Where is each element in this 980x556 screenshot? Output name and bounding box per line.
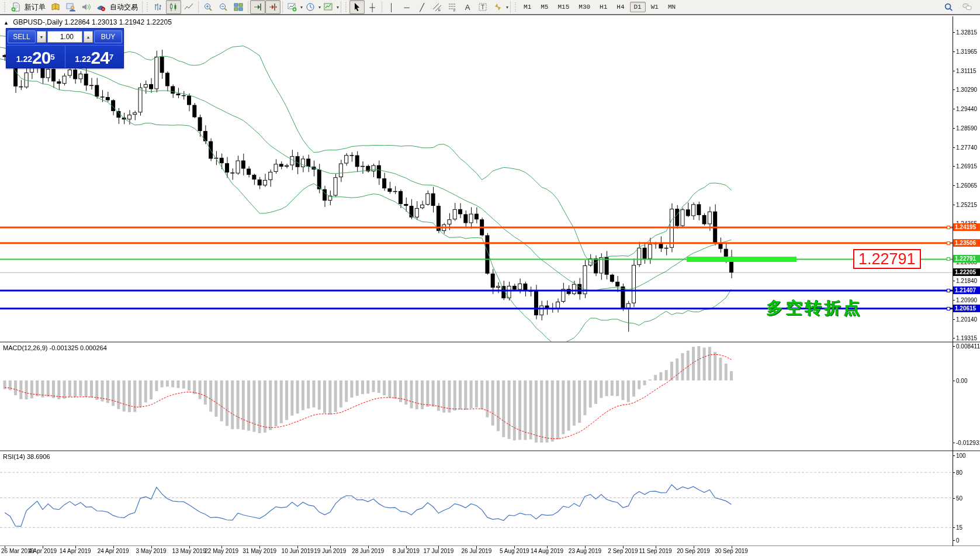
date-axis-tick[interactable]: 19 Jun 2019 <box>314 548 346 554</box>
vertical-line-tool-icon[interactable]: │ <box>384 0 399 14</box>
toolbar-grip[interactable] <box>514 2 517 12</box>
price-level-badge[interactable]: 1.21407 <box>953 286 980 294</box>
sell-price-prefix: 1.22 <box>16 51 32 67</box>
date-axis-tick[interactable]: 14 Aug 2019 <box>531 548 563 554</box>
fibonacci-tool-icon[interactable]: F <box>445 0 460 14</box>
price-level-badge[interactable]: 1.24195 <box>953 223 980 231</box>
price-axis-tick: 1.29440 <box>956 106 977 112</box>
macd-label: MACD(12,26,9) -0.001325 0.000264 <box>3 344 107 351</box>
new-order-label[interactable]: 新订单 <box>25 2 46 12</box>
indicators-icon[interactable] <box>285 0 300 14</box>
arrows-dropdown-icon[interactable]: ▾ <box>506 5 508 10</box>
alerts-speaker-icon[interactable] <box>78 0 94 14</box>
cursor-tool-icon[interactable] <box>349 0 365 14</box>
account-icon[interactable] <box>63 0 78 14</box>
toolbar-grip[interactable] <box>345 2 348 12</box>
date-axis-tick[interactable]: 14 Apr 2019 <box>60 548 91 554</box>
toolbar: 新订单 自动交易 ▾ ▾ ▾ ┼ │ ─ ╱ E F A T ▾ M1M5M15… <box>0 0 980 15</box>
date-axis-tick[interactable]: 28 Jun 2019 <box>352 548 384 554</box>
date-axis-tick[interactable]: 2 Sep 2019 <box>608 548 638 554</box>
date-axis-tick[interactable]: 23 Aug 2019 <box>569 548 601 554</box>
trendline-tool-icon[interactable]: ╱ <box>414 0 430 14</box>
rsi-axis-tick: 100 <box>956 453 966 459</box>
zoom-out-icon[interactable] <box>216 0 231 14</box>
toolbar-grip[interactable] <box>146 2 149 12</box>
volume-input[interactable]: 1.00 <box>47 31 82 43</box>
arrows-tool-icon[interactable] <box>490 0 505 14</box>
template-icon[interactable] <box>321 0 336 14</box>
timeframe-m15[interactable]: M15 <box>553 2 573 12</box>
search-icon[interactable] <box>941 0 956 14</box>
date-axis-tick[interactable]: 22 May 2019 <box>205 548 238 554</box>
pivot-price-label[interactable]: 1.22791 <box>853 249 921 269</box>
date-axis-tick[interactable]: 5 Aug 2019 <box>500 548 529 554</box>
sell-price-tile[interactable]: 1.22 20 5 <box>6 46 65 68</box>
date-axis-tick[interactable]: 10 Jun 2019 <box>282 548 314 554</box>
volume-down-button[interactable]: ▼ <box>37 31 46 43</box>
svg-text:E: E <box>438 8 441 12</box>
buy-price-sup: 7 <box>109 46 113 69</box>
strategy-book-icon[interactable] <box>48 0 63 14</box>
new-order-icon[interactable] <box>8 0 23 14</box>
line-chart-mode-icon[interactable] <box>181 0 196 14</box>
date-axis-tick[interactable]: 4 Apr 2019 <box>29 548 57 554</box>
timeframe-h4[interactable]: H4 <box>612 2 628 12</box>
date-axis-tick[interactable]: 31 May 2019 <box>243 548 276 554</box>
timeframe-h1[interactable]: H1 <box>595 2 611 12</box>
text-label-tool-icon[interactable]: T <box>475 0 490 14</box>
crosshair-tool-icon[interactable]: ┼ <box>365 0 380 14</box>
text-tool-icon[interactable]: A <box>460 0 475 14</box>
channel-tool-icon[interactable]: E <box>430 0 445 14</box>
sell-button[interactable]: SELL <box>8 30 36 43</box>
price-axis-tick: 1.27740 <box>956 144 977 151</box>
auto-trading-icon[interactable] <box>94 0 109 14</box>
volume-up-button[interactable]: ▲ <box>84 31 93 43</box>
macd-axis-zero: 0.00 <box>956 378 967 384</box>
one-click-trade-panel: SELL ▼ 1.00 ▲ BUY 1.22 20 5 1.22 24 7 <box>6 28 124 68</box>
timeframe-m5[interactable]: M5 <box>536 2 552 12</box>
date-axis-tick[interactable]: 20 Sep 2019 <box>677 548 710 554</box>
chart-shift-icon[interactable] <box>265 0 281 14</box>
buy-price-big: 24 <box>91 49 109 67</box>
date-axis-tick[interactable]: 17 Jul 2019 <box>424 548 454 554</box>
price-level-badge[interactable]: 1.23506 <box>953 239 980 247</box>
price-axis-tick: 1.20140 <box>956 316 977 323</box>
rsi-axis-tick: 50 <box>956 495 962 502</box>
date-axis-tick[interactable]: 3 May 2019 <box>136 548 166 554</box>
timeframe-group: M1M5M15M30H1H4D1W1MN <box>519 2 680 12</box>
sell-price-sup: 5 <box>50 46 54 69</box>
chat-icon[interactable] <box>960 0 975 14</box>
price-axis-tick: 1.31965 <box>956 49 977 55</box>
date-axis-tick[interactable]: 11 Sep 2019 <box>639 548 672 554</box>
buy-price-tile[interactable]: 1.22 24 7 <box>65 46 124 68</box>
price-axis-tick: 1.21840 <box>956 278 977 284</box>
auto-trading-label[interactable]: 自动交易 <box>110 2 138 12</box>
cn-annotation-text[interactable]: 多空转折点 <box>767 297 863 319</box>
collapse-icon[interactable]: ▲ <box>4 20 9 26</box>
timeframe-w1[interactable]: W1 <box>647 2 663 12</box>
tile-windows-icon[interactable] <box>231 0 246 14</box>
template-dropdown-icon[interactable]: ▾ <box>337 5 339 10</box>
timeframe-m1[interactable]: M1 <box>520 2 535 12</box>
date-axis-tick[interactable]: 8 Jul 2019 <box>393 548 420 554</box>
ohlc-high: 1.23013 <box>92 18 117 26</box>
horizontal-line-tool-icon[interactable]: ─ <box>399 0 414 14</box>
bar-chart-mode-icon[interactable] <box>151 0 166 14</box>
timeframe-mn[interactable]: MN <box>664 2 680 12</box>
price-level-badge[interactable]: 1.20615 <box>953 305 980 312</box>
periods-clock-icon[interactable] <box>303 0 318 14</box>
date-axis-tick[interactable]: 30 Sep 2019 <box>715 548 748 554</box>
date-axis-tick[interactable]: 13 May 2019 <box>172 548 206 554</box>
auto-scroll-icon[interactable] <box>250 0 265 14</box>
timeframe-m30[interactable]: M30 <box>574 2 594 12</box>
price-level-badge[interactable]: 1.22791 <box>953 255 980 263</box>
candlestick-mode-icon[interactable] <box>166 0 181 14</box>
zoom-in-icon[interactable] <box>200 0 216 14</box>
buy-button[interactable]: BUY <box>94 30 122 43</box>
date-axis-tick[interactable]: 26 Jul 2019 <box>462 548 492 554</box>
price-axis-tick: 1.26915 <box>956 163 977 170</box>
timeframe-d1[interactable]: D1 <box>630 2 646 12</box>
price-axis-tick: 1.30290 <box>956 87 977 93</box>
toolbar-grip[interactable] <box>4 2 6 12</box>
date-axis-tick[interactable]: 24 Apr 2019 <box>98 548 129 554</box>
